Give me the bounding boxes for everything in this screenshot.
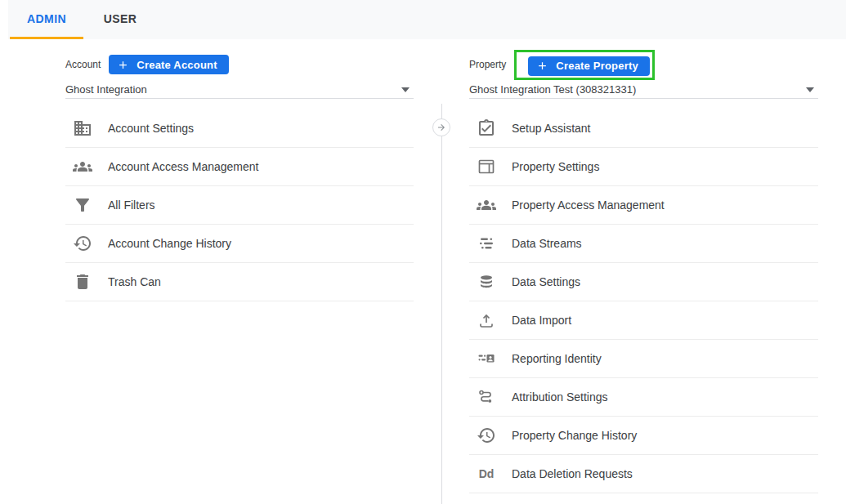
- history-icon: [73, 234, 92, 253]
- history-icon: [477, 426, 496, 445]
- menu-item-label: Trash Can: [108, 275, 161, 288]
- account-selector[interactable]: Ghost Integration: [65, 81, 414, 99]
- people-icon: [73, 157, 92, 176]
- tab-user[interactable]: USER: [83, 0, 157, 39]
- menu-item-label: Account Access Management: [108, 160, 258, 173]
- menu-item[interactable]: All Filters: [65, 186, 414, 225]
- property-label: Property: [469, 59, 506, 70]
- tab-bar: ADMIN USER: [8, 0, 846, 39]
- menu-item-label: Property Settings: [512, 160, 599, 173]
- create-account-button[interactable]: Create Account: [109, 55, 228, 74]
- window-icon: [477, 157, 496, 176]
- filter-icon: [73, 195, 92, 215]
- column-divider: [441, 104, 442, 504]
- account-menu: Account Settings Account Access Manageme…: [65, 109, 414, 301]
- menu-item[interactable]: Account Access Management: [65, 148, 414, 186]
- menu-item[interactable]: Setup Assistant: [469, 109, 818, 148]
- create-account-label: Create Account: [137, 59, 217, 71]
- reporting-identity-icon: [477, 349, 496, 368]
- arrow-forward-icon: [436, 123, 446, 132]
- menu-item-label: Data Settings: [512, 275, 580, 288]
- dd-icon: Dd: [477, 464, 496, 484]
- building-icon: [73, 118, 92, 138]
- upload-icon: [477, 310, 496, 330]
- property-header: Property Create Property: [469, 47, 818, 82]
- property-selector-value: Ghost Integration Test (308321331): [469, 83, 636, 96]
- menu-item[interactable]: Reporting Identity: [469, 340, 818, 378]
- menu-item-label: Property Access Management: [512, 198, 665, 212]
- dropdown-arrow-icon: [401, 87, 410, 92]
- menu-item[interactable]: Dd Data Deletion Requests: [469, 455, 818, 493]
- account-selector-value: Ghost Integration: [65, 83, 147, 96]
- menu-item[interactable]: Data Import: [469, 301, 818, 340]
- menu-item-label: Data Streams: [512, 237, 582, 250]
- menu-item-label: Attribution Settings: [512, 390, 608, 404]
- dropdown-arrow-icon: [806, 87, 814, 92]
- menu-item[interactable]: Property Settings: [469, 148, 818, 186]
- menu-item-label: Data Deletion Requests: [512, 467, 633, 480]
- menu-item[interactable]: Property Change History: [469, 417, 818, 455]
- people-icon: [477, 195, 496, 215]
- clipboard-check-icon: [477, 118, 496, 138]
- menu-item[interactable]: Property Access Management: [469, 186, 818, 225]
- trash-icon: [73, 272, 92, 292]
- plus-icon: [536, 60, 548, 72]
- menu-item[interactable]: Trash Can: [65, 263, 414, 301]
- tab-admin[interactable]: ADMIN: [10, 0, 83, 39]
- menu-item-label: All Filters: [108, 198, 155, 212]
- move-to-property-button[interactable]: [432, 118, 450, 136]
- menu-item[interactable]: Account Change History: [65, 225, 414, 263]
- menu-item-label: Account Settings: [108, 122, 194, 135]
- data-streams-icon: [477, 234, 496, 253]
- menu-item[interactable]: Data Streams: [469, 225, 818, 263]
- menu-item-label: Account Change History: [108, 237, 231, 250]
- property-selector[interactable]: Ghost Integration Test (308321331): [469, 81, 818, 99]
- menu-item-label: Data Import: [512, 314, 571, 327]
- attribution-icon: [477, 387, 496, 407]
- account-label: Account: [65, 59, 101, 70]
- menu-item[interactable]: Data Settings: [469, 263, 818, 301]
- plus-icon: [117, 59, 129, 71]
- menu-item-label: Setup Assistant: [512, 122, 591, 135]
- create-property-label: Create Property: [556, 60, 638, 72]
- database-icon: [477, 272, 496, 292]
- account-header: Account Create Account: [65, 47, 414, 82]
- highlight-box: Create Property: [514, 50, 655, 80]
- property-menu: Setup Assistant Property Settings Proper…: [469, 109, 818, 493]
- create-property-button[interactable]: Create Property: [528, 56, 650, 76]
- menu-item[interactable]: Attribution Settings: [469, 378, 818, 417]
- menu-item-label: Property Change History: [512, 429, 637, 442]
- menu-item-label: Reporting Identity: [512, 352, 602, 365]
- menu-item[interactable]: Account Settings: [65, 109, 414, 148]
